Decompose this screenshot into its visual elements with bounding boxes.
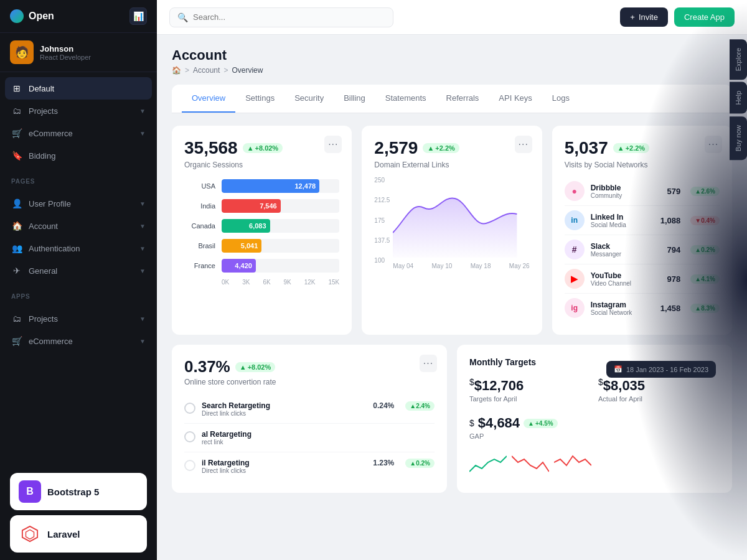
retargeting-name-search: Search Retargeting (202, 401, 270, 410)
sidebar-ecommerce-app-label: eCommerce (29, 337, 73, 346)
conversion-card: ··· 0.37% ▲ +8.02% Online store converti… (172, 345, 447, 493)
domain-links-badge: ▲ +2.2% (423, 143, 459, 153)
up-arrow-icon-2: ▲ (427, 144, 434, 152)
bar-row-usa: USA 12,478 (184, 179, 339, 193)
sidebar-account-label: Account (29, 222, 58, 231)
bar-row-india: India 7,546 (184, 199, 339, 213)
youtube-icon: ▶ (565, 269, 585, 289)
target-april-value: $$12,706 (469, 377, 591, 394)
retargeting-dot-email (184, 460, 195, 471)
sidebar-default-label: Default (29, 84, 54, 93)
tab-api-keys[interactable]: API Keys (489, 85, 542, 113)
bar-chart: USA 12,478 India 7,546 (184, 179, 339, 286)
sidebar-item-account[interactable]: 🏠 Account ▼ (5, 215, 152, 237)
line-chart-x-axis: May 04 May 10 May 18 May 26 (393, 263, 529, 269)
retargeting-sub-2: rect link (202, 439, 251, 446)
app-logo[interactable]: Open (10, 9, 54, 23)
chart-icon-btn[interactable]: 📊 (129, 7, 147, 25)
social-visits-menu[interactable]: ··· (705, 136, 722, 153)
help-button[interactable]: Help (730, 82, 747, 114)
instagram-sub: Social Network (591, 309, 632, 316)
general-icon: ✈ (11, 265, 22, 276)
chevron-down-icon-4: ▼ (139, 223, 146, 230)
conversion-menu[interactable]: ··· (420, 355, 437, 372)
organic-sessions-menu[interactable]: ··· (324, 136, 342, 153)
user-name: Johnson (40, 44, 91, 54)
search-container[interactable]: 🔍 (169, 7, 393, 27)
linkedin-value: 1,088 (660, 216, 681, 225)
svg-marker-1 (26, 530, 34, 539)
sidebar-item-general[interactable]: ✈ General ▼ (5, 259, 152, 282)
linkedin-icon: in (565, 210, 585, 230)
sidebar-item-projects[interactable]: 🗂 Projects ▼ (5, 100, 152, 122)
sidebar-item-ecommerce-app[interactable]: 🛒 eCommerce ▼ (5, 330, 152, 352)
page-header: Account 🏠 > Account > Overview (172, 47, 732, 75)
tab-settings[interactable]: Settings (235, 85, 284, 113)
sidebar-item-default[interactable]: ⊞ Default (5, 77, 152, 100)
retargeting-sub-email: Direct link clicks (202, 467, 250, 474)
target-april: $$12,706 Targets for April (469, 377, 591, 403)
gap-label: GAP (469, 432, 591, 440)
retargeting-change-email: ▲0.2% (405, 459, 435, 468)
organic-sessions-badge: ▲ +8.02% (243, 143, 283, 153)
home-icon: 🏠 (172, 66, 181, 75)
metrics-row: ··· 35,568 ▲ +8.02% Organic Sessions USA… (172, 126, 732, 335)
create-app-button[interactable]: Create App (674, 7, 735, 27)
sidebar-item-ecommerce[interactable]: 🛒 eCommerce ▼ (5, 122, 152, 144)
sidebar-item-projects-app[interactable]: 🗂 Projects ▼ (5, 307, 152, 330)
buy-now-button[interactable]: Buy now (730, 116, 747, 160)
date-badge: 📅 18 Jan 2023 - 16 Feb 2023 (606, 361, 716, 378)
domain-links-card: ··· 2,579 ▲ +2.2% Domain External Links … (362, 126, 542, 335)
social-list: ● DribbbleCommunity 579 ▲2.6% in Linked … (565, 177, 720, 322)
explore-button[interactable]: Explore (730, 39, 747, 80)
chevron-down-icon-6: ▼ (139, 268, 146, 274)
user-info: 🧑 Johnson React Developer (0, 33, 157, 72)
tab-billing[interactable]: Billing (334, 85, 375, 113)
tab-security[interactable]: Security (284, 85, 334, 113)
pages-section-label: PAGES (0, 169, 157, 187)
instagram-icon: ig (565, 298, 585, 318)
date-range-text: 18 Jan 2023 - 16 Feb 2023 (626, 366, 708, 373)
target-april-label: Targets for April (469, 395, 591, 403)
bar-value-canada: 6,083 (249, 222, 266, 230)
social-item-youtube: ▶ YouTubeVideo Channel 978 ▲4.1% (565, 264, 720, 294)
retargeting-name-2: al Retargeting (202, 430, 251, 439)
sidebar-item-authentication[interactable]: 👥 Authentication ▼ (5, 237, 152, 259)
breadcrumb-account[interactable]: Account (193, 66, 220, 75)
calendar-icon: 📅 (614, 365, 622, 373)
app-name: Open (29, 11, 54, 22)
tab-logs[interactable]: Logs (542, 85, 580, 113)
sparkline-2 (512, 450, 549, 475)
slack-value: 794 (667, 245, 681, 254)
search-input[interactable] (193, 12, 385, 22)
side-buttons: Explore Help Buy now (730, 39, 747, 160)
sidebar-item-bidding[interactable]: 🔖 Bidding (5, 144, 152, 167)
retargeting-item-search: Search Retargeting Direct link clicks 0.… (184, 395, 435, 424)
retargeting-name-email: il Retargeting (202, 459, 250, 467)
actual-april: $$8,035 Actual for April (598, 377, 720, 403)
user-role: React Developer (40, 54, 91, 61)
youtube-value: 978 (667, 274, 681, 284)
retargeting-pct-email: 1.23% (373, 459, 394, 467)
domain-links-menu[interactable]: ··· (515, 136, 532, 153)
projects-icon: 🗂 (11, 105, 22, 116)
bar-label-india: India (184, 202, 215, 210)
instagram-name: Instagram (591, 301, 632, 309)
bar-label-usa: USA (184, 182, 215, 190)
invite-button[interactable]: + Invite (620, 7, 668, 27)
tab-overview[interactable]: Overview (182, 85, 235, 113)
bootstrap-icon: B (19, 480, 41, 503)
tab-referrals[interactable]: Referrals (436, 85, 489, 113)
breadcrumb-sep-1: > (185, 66, 189, 75)
chevron-down-icon-3: ▼ (139, 200, 146, 207)
organic-sessions-card: ··· 35,568 ▲ +8.02% Organic Sessions USA… (172, 126, 352, 335)
domain-links-label: Domain External Links (374, 161, 529, 169)
retargeting-list: Search Retargeting Direct link clicks 0.… (184, 395, 435, 480)
sidebar-item-user-profile[interactable]: 👤 User Profile ▼ (5, 192, 152, 215)
linkedin-change: ▼0.4% (690, 216, 720, 225)
sidebar-header: Open 📊 (0, 0, 157, 33)
slack-name: Slack (591, 242, 621, 251)
sidebar-general-label: General (29, 266, 57, 276)
tab-statements[interactable]: Statements (375, 85, 436, 113)
social-visits-change: +2.2% (626, 144, 646, 152)
